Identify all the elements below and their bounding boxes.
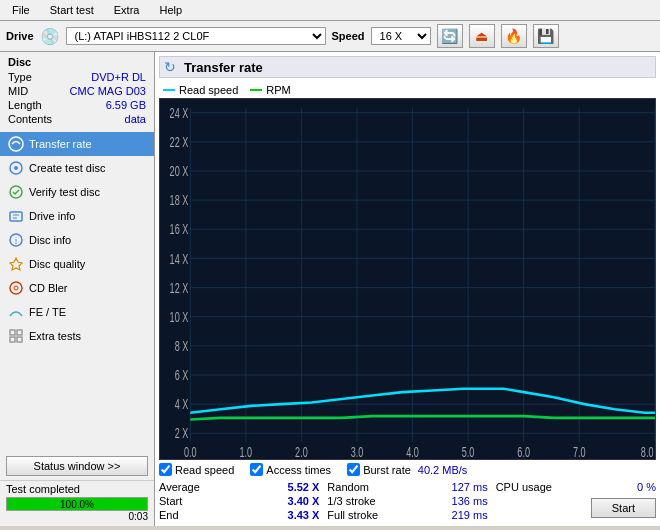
read-speed-legend-color [163,89,175,91]
nav-create-test-disc[interactable]: Create test disc [0,156,154,180]
burst-rate-checkbox[interactable] [347,463,360,476]
stats-col3: CPU usage 0 % Start [496,480,656,522]
nav-disc-info-label: Disc info [29,234,71,246]
svg-point-8 [14,286,18,290]
refresh-button[interactable]: 🔄 [437,24,463,48]
menu-start-test[interactable]: Start test [42,2,102,18]
avg-value: 5.52 X [288,481,320,493]
eject-button[interactable]: ⏏ [469,24,495,48]
svg-text:14 X: 14 X [170,250,189,267]
checkboxes-row: Read speed Access times Burst rate 40.2 … [159,463,656,476]
nav-drive-info-label: Drive info [29,210,75,222]
legend-rpm: RPM [250,84,290,96]
end-label: End [159,509,179,521]
menubar: File Start test Extra Help [0,0,660,21]
svg-rect-12 [17,337,22,342]
stats-col2: Random 127 ms 1/3 stroke 136 ms Full str… [327,480,487,522]
stats-col1: Average 5.52 X Start 3.40 X End 3.43 X [159,480,319,522]
start-label: Start [159,495,182,507]
rpm-legend-color [250,89,262,91]
checkbox-burst-rate[interactable]: Burst rate 40.2 MB/s [347,463,467,476]
chart-title: Transfer rate [184,60,263,75]
nav-verify-test-disc[interactable]: Verify test disc [0,180,154,204]
end-value: 3.43 X [288,509,320,521]
disc-type-label: Type [8,71,32,83]
stat-start: Start 3.40 X [159,494,319,508]
status-window-button[interactable]: Status window >> [6,456,148,476]
svg-point-2 [14,166,18,170]
burn-button[interactable]: 🔥 [501,24,527,48]
svg-text:8.0 GB: 8.0 GB [641,444,656,460]
nav-fe-te[interactable]: FE / TE [0,300,154,324]
start-button[interactable]: Start [591,498,656,518]
nav-extra-tests[interactable]: Extra tests [0,324,154,348]
nav-disc-quality[interactable]: Disc quality [0,252,154,276]
svg-text:10 X: 10 X [170,308,189,325]
cd-bler-icon [8,280,24,296]
read-speed-legend-label: Read speed [179,84,238,96]
legend-read-speed: Read speed [163,84,238,96]
chart-svg-container: 24 X 22 X 20 X 18 X 16 X 14 X 12 X 10 X … [159,98,656,460]
menu-extra[interactable]: Extra [106,2,148,18]
svg-text:i: i [15,236,17,246]
random-value: 127 ms [452,481,488,493]
transfer-rate-icon [8,136,24,152]
disc-row-contents: Contents data [8,112,146,126]
stat-1-3-stroke: 1/3 stroke 136 ms [327,494,487,508]
rpm-line [190,416,655,419]
one-third-stroke-value: 136 ms [452,495,488,507]
disc-quality-icon [8,256,24,272]
main-content: Disc Type DVD+R DL MID CMC MAG D03 Lengt… [0,52,660,526]
create-test-disc-icon [8,160,24,176]
stats-grid: Average 5.52 X Start 3.40 X End 3.43 X R… [159,480,656,522]
fe-te-icon [8,304,24,320]
nav-transfer-rate[interactable]: Transfer rate [0,132,154,156]
nav-verify-test-disc-label: Verify test disc [29,186,100,198]
checkbox-access-times[interactable]: Access times [250,463,331,476]
read-speed-checkbox[interactable] [159,463,172,476]
disc-info-icon: i [8,232,24,248]
svg-text:5.0: 5.0 [462,444,475,460]
svg-text:22 X: 22 X [170,134,189,151]
progress-percent: 100.0% [7,498,147,510]
disc-title: Disc [8,56,146,68]
extra-tests-icon [8,328,24,344]
nav-fe-te-label: FE / TE [29,306,66,318]
svg-text:3.0: 3.0 [351,444,364,460]
disc-row-type: Type DVD+R DL [8,70,146,84]
access-times-checkbox[interactable] [250,463,263,476]
svg-text:6 X: 6 X [175,367,189,384]
chart-title-icon: ↻ [164,59,176,75]
drive-select[interactable]: (L:) ATAPI iHBS112 2 CL0F [66,27,326,45]
checkbox-read-speed[interactable]: Read speed [159,463,234,476]
stat-average: Average 5.52 X [159,480,319,494]
speed-select[interactable]: 16 X [371,27,431,45]
menu-file[interactable]: File [4,2,38,18]
svg-point-0 [9,137,23,151]
test-completed-label: Test completed [6,483,148,495]
drivebar: Drive 💿 (L:) ATAPI iHBS112 2 CL0F Speed … [0,21,660,52]
drive-label: Drive [6,30,34,42]
save-button[interactable]: 💾 [533,24,559,48]
nav-transfer-rate-label: Transfer rate [29,138,92,150]
disc-type-value: DVD+R DL [91,71,146,83]
svg-text:2.0: 2.0 [295,444,308,460]
nav-drive-info[interactable]: Drive info [0,204,154,228]
nav-create-test-disc-label: Create test disc [29,162,105,174]
svg-text:6.0: 6.0 [517,444,530,460]
cpu-usage-label: CPU usage [496,481,552,493]
stat-random: Random 127 ms [327,480,487,494]
sidebar: Disc Type DVD+R DL MID CMC MAG D03 Lengt… [0,52,155,526]
read-speed-checkbox-label: Read speed [175,464,234,476]
svg-text:8 X: 8 X [175,338,189,355]
one-third-stroke-label: 1/3 stroke [327,495,375,507]
chart-svg: 24 X 22 X 20 X 18 X 16 X 14 X 12 X 10 X … [159,98,656,460]
disc-row-length: Length 6.59 GB [8,98,146,112]
svg-text:1.0: 1.0 [240,444,253,460]
stat-full-stroke: Full stroke 219 ms [327,508,487,522]
nav-disc-info[interactable]: i Disc info [0,228,154,252]
menu-help[interactable]: Help [151,2,190,18]
nav-cd-bler[interactable]: CD Bler [0,276,154,300]
disc-contents-value: data [125,113,146,125]
disc-mid-label: MID [8,85,28,97]
